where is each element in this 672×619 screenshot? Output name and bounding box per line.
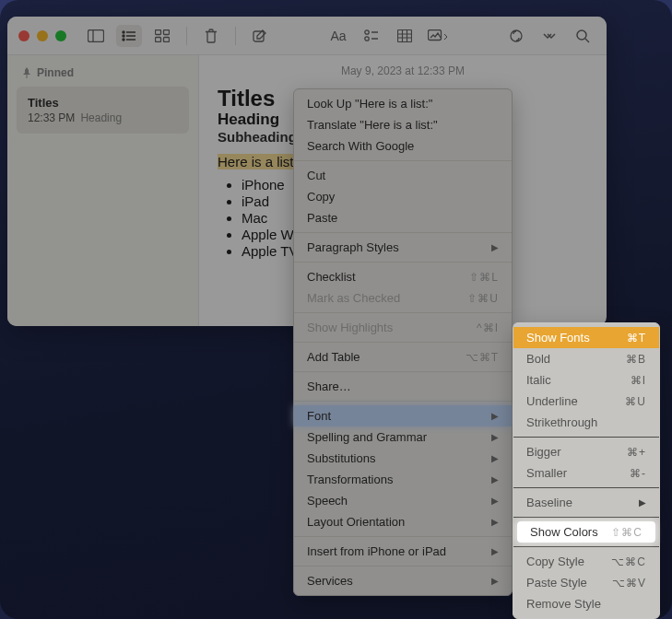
menu-copy[interactable]: Copy bbox=[294, 186, 512, 207]
checklist-icon[interactable] bbox=[359, 25, 384, 47]
link-icon[interactable] bbox=[503, 25, 529, 47]
menu-spelling[interactable]: Spelling and Grammar▶ bbox=[294, 426, 512, 448]
submenu-bigger[interactable]: Bigger⌘+ bbox=[513, 441, 659, 462]
svg-point-6 bbox=[123, 39, 124, 41]
close-button[interactable] bbox=[18, 30, 29, 41]
menu-mark-checked: Mark as Checked⇧⌘U bbox=[294, 287, 512, 309]
menu-lookup[interactable]: Look Up "Here is a list:" bbox=[294, 93, 512, 114]
timestamp: May 9, 2023 at 12:33 PM bbox=[218, 64, 588, 77]
list-view-icon[interactable] bbox=[116, 25, 142, 47]
submenu-remove-style[interactable]: Remove Style bbox=[513, 593, 659, 614]
chevron-right-icon: ▶ bbox=[491, 432, 499, 442]
svg-rect-11 bbox=[164, 37, 170, 41]
pin-icon bbox=[22, 67, 31, 78]
submenu-baseline[interactable]: Baseline▶ bbox=[513, 492, 659, 513]
table-icon[interactable] bbox=[392, 25, 418, 47]
svg-point-13 bbox=[365, 29, 369, 33]
menu-services[interactable]: Services▶ bbox=[294, 570, 512, 591]
minimize-button[interactable] bbox=[37, 30, 48, 41]
chevron-right-icon: ▶ bbox=[491, 576, 499, 586]
chevron-right-icon: ▶ bbox=[491, 496, 499, 506]
menu-speech[interactable]: Speech▶ bbox=[294, 490, 512, 511]
sidebar: Pinned Titles 12:33 PMHeading bbox=[7, 55, 199, 326]
svg-rect-26 bbox=[27, 75, 28, 78]
grid-view-icon[interactable] bbox=[149, 25, 175, 47]
note-item-sub: 12:33 PMHeading bbox=[28, 111, 178, 124]
note-item-time: 12:33 PM bbox=[28, 111, 75, 124]
menu-paragraph-styles[interactable]: Paragraph Styles▶ bbox=[294, 237, 512, 258]
menu-cut[interactable]: Cut bbox=[294, 165, 512, 186]
traffic-lights bbox=[18, 30, 66, 41]
menu-add-table[interactable]: Add Table⌥⌘T bbox=[294, 346, 512, 368]
chevron-right-icon: ▶ bbox=[491, 453, 499, 463]
titlebar: Aa bbox=[7, 17, 607, 55]
svg-rect-8 bbox=[156, 29, 161, 34]
chevron-right-icon: ▶ bbox=[491, 546, 499, 556]
menu-layout[interactable]: Layout Orientation▶ bbox=[294, 511, 512, 532]
font-submenu: Show Fonts⌘T Bold⌘B Italic⌘I Underline⌘U… bbox=[513, 322, 660, 619]
menu-show-highlights: Show Highlights^⌘I bbox=[294, 317, 512, 338]
submenu-paste-style[interactable]: Paste Style⌥⌘V bbox=[513, 572, 659, 593]
note-item-title: Titles bbox=[28, 96, 178, 110]
format-icon[interactable]: Aa bbox=[325, 25, 351, 47]
menu-translate[interactable]: Translate "Here is a list:" bbox=[294, 114, 512, 135]
svg-point-2 bbox=[123, 31, 124, 33]
chevron-right-icon: ▶ bbox=[491, 242, 499, 252]
submenu-strikethrough[interactable]: Strikethrough bbox=[513, 412, 659, 433]
svg-rect-9 bbox=[164, 29, 170, 34]
chevron-right-icon: ▶ bbox=[639, 497, 646, 508]
menu-insert[interactable]: Insert from iPhone or iPad▶ bbox=[294, 541, 512, 562]
svg-line-25 bbox=[585, 39, 589, 42]
menu-paste[interactable]: Paste bbox=[294, 207, 512, 228]
svg-rect-17 bbox=[398, 29, 412, 41]
submenu-italic[interactable]: Italic⌘I bbox=[513, 369, 659, 391]
media-icon[interactable] bbox=[425, 25, 451, 47]
chevron-right-icon: ▶ bbox=[491, 517, 499, 527]
submenu-underline[interactable]: Underline⌘U bbox=[513, 391, 659, 412]
note-item-preview: Heading bbox=[80, 111, 122, 124]
chevron-right-icon: ▶ bbox=[491, 474, 499, 485]
menu-checklist[interactable]: Checklist⇧⌘L bbox=[294, 266, 512, 287]
submenu-show-fonts[interactable]: Show Fonts⌘T bbox=[513, 327, 659, 348]
menu-substitutions[interactable]: Substitutions▶ bbox=[294, 448, 512, 469]
pinned-label: Pinned bbox=[37, 66, 74, 79]
svg-rect-10 bbox=[156, 37, 161, 41]
more-icon[interactable] bbox=[536, 25, 562, 47]
menu-font[interactable]: Font▶ bbox=[294, 405, 512, 426]
compose-icon[interactable] bbox=[247, 25, 273, 47]
highlighted-text: Here is a list: bbox=[218, 154, 298, 169]
menu-search[interactable]: Search With Google bbox=[294, 135, 512, 157]
svg-point-15 bbox=[365, 36, 369, 40]
search-icon[interactable] bbox=[570, 25, 595, 47]
context-menu: Look Up "Here is a list:" Translate "Her… bbox=[293, 88, 513, 596]
submenu-bold[interactable]: Bold⌘B bbox=[513, 348, 659, 369]
svg-rect-0 bbox=[88, 29, 104, 41]
zoom-button[interactable] bbox=[55, 30, 66, 41]
trash-icon[interactable] bbox=[198, 25, 224, 47]
submenu-show-colors[interactable]: Show Colors⇧⌘C bbox=[517, 521, 655, 543]
submenu-copy-style[interactable]: Copy Style⌥⌘C bbox=[513, 551, 659, 572]
svg-point-23 bbox=[511, 30, 522, 41]
note-item[interactable]: Titles 12:33 PMHeading bbox=[17, 87, 189, 134]
sidebar-toggle-icon[interactable] bbox=[83, 25, 109, 47]
menu-transformations[interactable]: Transformations▶ bbox=[294, 469, 512, 490]
svg-point-24 bbox=[577, 30, 586, 40]
submenu-smaller[interactable]: Smaller⌘- bbox=[513, 462, 659, 484]
menu-share[interactable]: Share… bbox=[294, 376, 512, 397]
pinned-header: Pinned bbox=[17, 63, 189, 87]
chevron-right-icon: ▶ bbox=[491, 411, 499, 421]
svg-point-4 bbox=[123, 35, 124, 37]
